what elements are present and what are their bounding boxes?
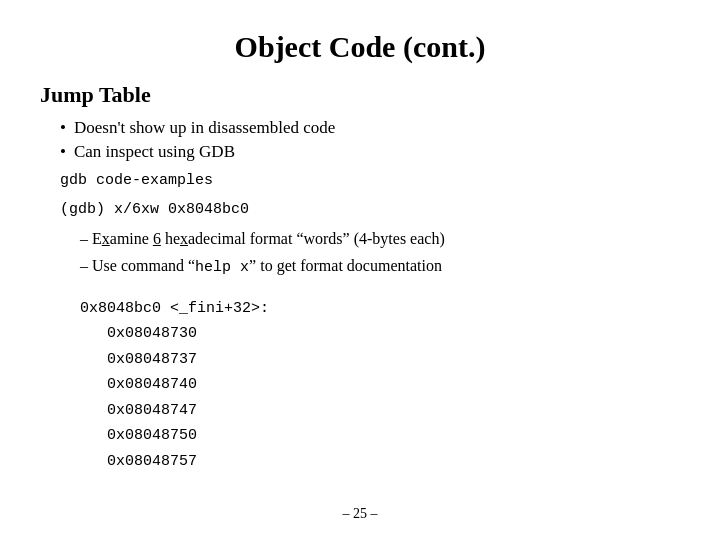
page-number: – 25 – <box>343 506 378 522</box>
section-heading: Jump Table <box>40 82 680 108</box>
bullet-text-2: Can inspect using GDB <box>74 142 235 162</box>
bullet-item-2: Can inspect using GDB <box>60 142 680 162</box>
address-5: 0x08048750 <box>80 423 680 449</box>
gdb-command: gdb code-examples <box>60 170 680 193</box>
gdb-prompt: (gdb) x/6xw 0x8048bc0 <box>60 199 680 222</box>
address-2: 0x08048737 <box>80 347 680 373</box>
address-4: 0x08048747 <box>80 398 680 424</box>
address-6: 0x08048757 <box>80 449 680 475</box>
address-1: 0x08048730 <box>80 321 680 347</box>
bullet-list: Doesn't show up in disassembled code Can… <box>60 118 680 162</box>
addresses-header: 0x8048bc0 <_fini+32>: <box>80 296 680 322</box>
address-3: 0x08048740 <box>80 372 680 398</box>
addresses-block: 0x8048bc0 <_fini+32>: 0x08048730 0x08048… <box>80 296 680 475</box>
dash-item-2: – Use command “help x” to get format doc… <box>80 254 680 280</box>
slide-title: Object Code (cont.) <box>40 30 680 64</box>
bullet-text-1: Doesn't show up in disassembled code <box>74 118 335 138</box>
slide: Object Code (cont.) Jump Table Doesn't s… <box>0 0 720 540</box>
dash-item-1: – Examine 6 hexadecimal format “words” (… <box>80 227 680 251</box>
bullet-item-1: Doesn't show up in disassembled code <box>60 118 680 138</box>
dash-prefix-1: – Examine 6 hexadecimal format “words” (… <box>80 230 445 247</box>
dash-text-2: – Use command “help x” to get format doc… <box>80 257 442 274</box>
